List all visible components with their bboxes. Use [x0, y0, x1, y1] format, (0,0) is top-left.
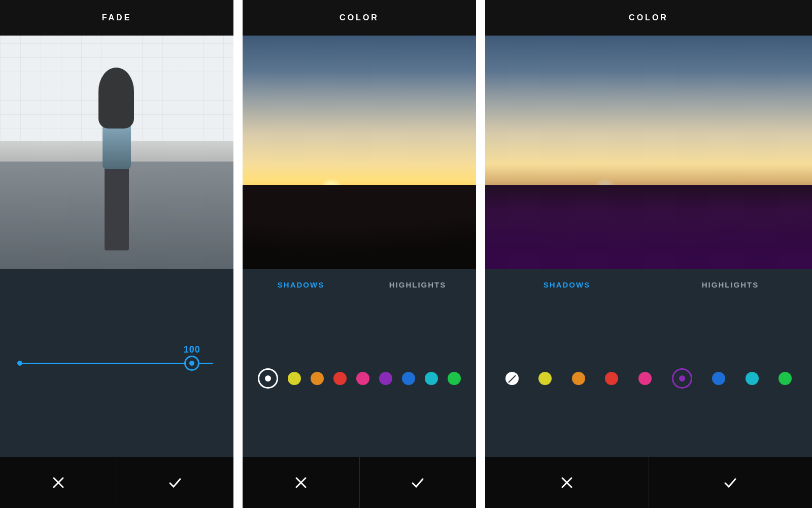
check-icon [723, 475, 737, 490]
color-swatch-red[interactable] [605, 372, 618, 385]
color-swatch-cyan[interactable] [425, 372, 438, 385]
action-bar [243, 457, 476, 508]
screen-fade: FADE 100 [0, 0, 233, 508]
check-icon [168, 475, 182, 490]
action-bar [0, 457, 233, 508]
color-controls: SHADOWS HIGHLIGHTS [485, 269, 812, 457]
color-controls: SHADOWS HIGHLIGHTS [243, 269, 476, 457]
close-icon [560, 475, 574, 490]
slider-handle-dot-icon [189, 361, 194, 366]
cancel-button[interactable] [0, 457, 117, 508]
tab-shadows[interactable]: SHADOWS [485, 280, 649, 289]
color-swatch-cyan[interactable] [746, 372, 759, 385]
header-title: COLOR [243, 0, 476, 36]
color-swatches [243, 300, 476, 457]
photo-preview[interactable] [485, 36, 812, 269]
fade-controls: 100 [0, 269, 233, 457]
color-swatch-blue[interactable] [402, 372, 415, 385]
swatch-inner-dot-icon [265, 375, 271, 382]
color-swatch-purple[interactable] [379, 372, 392, 385]
tab-highlights[interactable]: HIGHLIGHTS [359, 280, 476, 289]
color-swatch-none[interactable] [505, 372, 519, 385]
color-swatches [485, 300, 812, 457]
color-swatch-red[interactable] [333, 372, 347, 385]
screen-color-none: COLOR SHADOWS HIGHLIGHTS [243, 0, 476, 508]
color-swatch-orange[interactable] [311, 372, 324, 385]
photo-preview[interactable] [243, 36, 476, 269]
color-swatch-yellow[interactable] [288, 372, 301, 385]
color-swatch-blue[interactable] [712, 372, 725, 385]
action-bar [485, 457, 812, 508]
confirm-button[interactable] [360, 457, 477, 508]
slider-origin-icon [17, 361, 22, 366]
shadow-highlight-tabs: SHADOWS HIGHLIGHTS [485, 269, 812, 300]
color-swatch-orange[interactable] [572, 372, 585, 385]
cancel-button[interactable] [243, 457, 359, 508]
confirm-button[interactable] [117, 457, 234, 508]
slider-value-label: 100 [184, 344, 200, 355]
tab-shadows[interactable]: SHADOWS [243, 280, 359, 289]
cancel-button[interactable] [485, 457, 649, 508]
close-icon [294, 475, 308, 490]
hill-silhouette [243, 185, 476, 269]
hill-silhouette [485, 185, 812, 269]
fade-slider[interactable]: 100 [0, 269, 233, 457]
shadow-highlight-tabs: SHADOWS HIGHLIGHTS [243, 269, 476, 300]
person-figure [93, 68, 139, 250]
close-icon [51, 475, 65, 490]
color-swatch-none[interactable] [258, 368, 278, 389]
header-title: COLOR [485, 0, 812, 36]
header-title: FADE [0, 0, 233, 36]
confirm-button[interactable] [649, 457, 813, 508]
color-swatch-purple[interactable] [672, 368, 692, 389]
color-swatch-yellow[interactable] [538, 372, 552, 385]
color-swatch-green[interactable] [779, 372, 792, 385]
swatch-inner-dot-icon [679, 375, 685, 382]
check-icon [411, 475, 425, 490]
color-swatch-pink[interactable] [638, 372, 652, 385]
color-swatch-pink[interactable] [356, 372, 369, 385]
slider-handle[interactable] [184, 356, 199, 371]
tab-highlights[interactable]: HIGHLIGHTS [649, 280, 812, 289]
photo-preview[interactable] [0, 36, 233, 269]
screen-color-purple: COLOR SHADOWS HIGHLIGHTS [485, 0, 812, 508]
color-swatch-green[interactable] [448, 372, 461, 385]
